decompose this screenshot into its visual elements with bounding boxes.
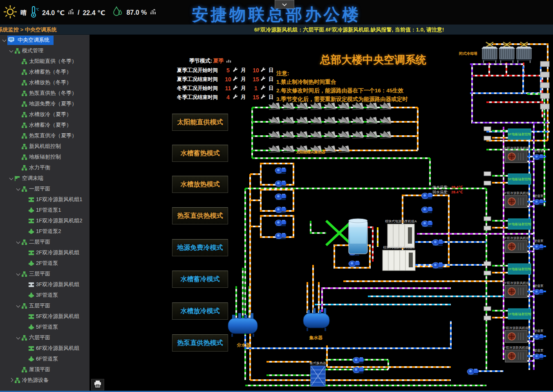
tree-item[interactable]: 5F双冷源新风机组 (0, 311, 90, 322)
tree-item[interactable]: 热泵直供冷（夏季） (0, 130, 90, 141)
mode-button[interactable]: 热泵直供热模式 (172, 334, 228, 352)
chevron-down-icon[interactable] (16, 240, 21, 244)
chevron-spacer (22, 325, 28, 329)
plate-heat-exchanger[interactable]: 板式换热器 (309, 361, 326, 386)
collapse-header-button[interactable] (275, 0, 294, 9)
tree-item-label: 热泵直供冷（夏季） (29, 132, 77, 139)
chevron-down-icon[interactable] (16, 303, 21, 308)
pump (275, 194, 286, 199)
tree-item[interactable]: 3F管道泵 (0, 290, 90, 300)
breadcrumb[interactable]: 系统监控 > 中央空调系统 (0, 26, 57, 34)
tree-item-label: 模式管理 (22, 47, 43, 54)
alarm-message[interactable]: 6F双冷源新风机组：六层平面.6F双冷源新风机组.缺风报警, 当前值：1.0, … (254, 26, 444, 34)
storage-tank[interactable] (349, 219, 367, 254)
sitemap-icon (21, 101, 29, 107)
mode-button[interactable]: 热泵直供热模式 (172, 207, 228, 224)
tree-item[interactable]: 冷热源设备 (0, 375, 90, 385)
tree-item[interactable]: 1F管道泵1 (0, 205, 90, 215)
trend-icon[interactable] (226, 58, 232, 64)
tree-item[interactable]: 五层平面 (0, 300, 90, 311)
tree-item[interactable]: 6F管道泵 (0, 354, 90, 364)
chevron-down-icon[interactable] (2, 38, 7, 43)
tree-item[interactable]: 热泵直供热（冬季） (0, 88, 90, 99)
floor-unit[interactable]: 2F地板辐射控制2F双冷源新风机组管道泵 (484, 262, 544, 298)
wrench-icon[interactable] (233, 94, 241, 101)
tree-item[interactable]: 1F双冷源新风机组1 (0, 194, 90, 205)
sitemap-icon (21, 165, 29, 171)
tree-item[interactable]: 一层平面 (0, 184, 90, 194)
tree-item[interactable]: 模式管理 (0, 45, 90, 56)
tree-item[interactable]: 太阳能直供（冬季） (0, 56, 90, 67)
wrench-icon[interactable] (233, 85, 241, 92)
tree-item[interactable]: 水槽蓄热（冬季） (0, 67, 90, 77)
mode-button[interactable]: 水槽蓄冷模式 (172, 271, 228, 288)
tree-item[interactable]: 1F双冷源新风机组2 (0, 215, 90, 226)
wrench-icon[interactable] (260, 94, 269, 101)
tree-item[interactable]: 二层平面 (0, 237, 90, 247)
tree-item[interactable]: 水槽放热（冬季） (0, 77, 90, 88)
cooling-towers[interactable] (481, 42, 532, 63)
distributor-manifold[interactable]: 分水器 (228, 313, 257, 347)
mode-button[interactable]: 水槽放热模式 (172, 176, 228, 193)
floor-unit[interactable]: 1F地板辐射控制1F双冷源新风机组1管道泵 (484, 307, 544, 343)
sitemap-icon (21, 58, 29, 65)
wrench-icon[interactable] (233, 67, 241, 74)
note-line: 2.每次修改时间后，能源路由器在下一个16：45生效 (276, 86, 415, 95)
day-value: 15 (251, 76, 260, 83)
selected-tree-item[interactable]: 中央空调系统 (7, 36, 54, 45)
chevron-down-icon[interactable] (9, 176, 14, 181)
wrench-icon[interactable] (233, 76, 241, 83)
tree-item[interactable]: 三层平面 (0, 269, 90, 279)
wrench-icon[interactable] (260, 85, 269, 92)
tree-item[interactable]: 3F双冷源新风机组 (0, 279, 90, 290)
svg-text:管道泵: 管道泵 (534, 284, 544, 288)
tree-item[interactable]: 中央空调系统 (0, 35, 90, 45)
floor-unit[interactable]: 1F双冷源新风机组2管道泵 (502, 346, 544, 362)
tree-item-label: 水槽放热（冬季） (29, 79, 72, 86)
tree-item-label: 二层平面 (29, 238, 50, 246)
chevron-spacer (22, 208, 28, 213)
alarm-bar: 系统监控 > 中央空调系统 6F双冷源新风机组：六层平面.6F双冷源新风机组.缺… (0, 25, 553, 35)
solar-collector-array[interactable] (269, 102, 391, 152)
tree-item-label: 三层平面 (29, 270, 50, 278)
floor-unit[interactable]: 5F地板辐射控制5F双冷源新风机组管道泵 (484, 172, 544, 208)
day-value: 15 (251, 94, 260, 101)
sitemap-icon (21, 367, 29, 373)
tree-item[interactable]: 空调末端 (0, 173, 90, 184)
tree-item[interactable]: 2F管道泵 (0, 258, 90, 269)
mode-button[interactable]: 太阳能直供模式 (172, 114, 228, 131)
tree-item[interactable]: 地源免费冷（夏季） (0, 99, 90, 109)
tree-item-label: 1F管道泵1 (36, 206, 61, 214)
mode-button[interactable]: 水槽放冷模式 (172, 302, 228, 320)
tree-item[interactable]: 新风机组控制 (0, 141, 90, 152)
tree-item[interactable]: 1F管道泵2 (0, 226, 90, 237)
wrench-icon[interactable] (260, 67, 269, 74)
svg-text:管道泵: 管道泵 (534, 349, 544, 352)
tree-item[interactable]: 2F双冷源新风机组 (0, 247, 90, 258)
tree-item[interactable]: 六层平面 (0, 332, 90, 343)
month-unit: 月 (241, 85, 251, 92)
tree-item[interactable]: 地板辐射控制 (0, 152, 90, 162)
tree-item[interactable]: 屋顶平面 (0, 364, 90, 375)
tree-item-label: 3F管道泵 (36, 291, 58, 299)
flag-icon (14, 175, 22, 181)
print-button[interactable] (91, 379, 104, 390)
chevron-down-icon[interactable] (16, 271, 21, 276)
season-row-label: 冬季工况开始时间 (177, 85, 224, 92)
tree-item[interactable]: 水槽蓄冷（夏季） (0, 120, 90, 130)
chevron-down-icon[interactable] (16, 186, 21, 191)
mode-button[interactable]: 水槽蓄热模式 (172, 145, 228, 162)
floor-pump (534, 354, 544, 359)
mode-button[interactable]: 地源免费冷模式 (172, 239, 228, 256)
wrench-icon[interactable] (260, 76, 269, 83)
chiller-a[interactable]: 模块式地源热泵机组A (385, 220, 417, 248)
chevron-right-icon[interactable] (9, 378, 14, 383)
chiller-b[interactable]: 模块式地源热泵机组B (383, 246, 415, 271)
tree-item[interactable]: 6F双冷源新风机组 (0, 343, 90, 354)
tree-item[interactable]: 5F管道泵 (0, 322, 90, 332)
chevron-spacer (16, 112, 21, 117)
tree-item[interactable]: 水力平衡 (0, 162, 90, 173)
chevron-down-icon[interactable] (9, 48, 14, 53)
chevron-down-icon[interactable] (16, 335, 21, 340)
tree-item[interactable]: 水槽放冷（夏季） (0, 109, 90, 120)
